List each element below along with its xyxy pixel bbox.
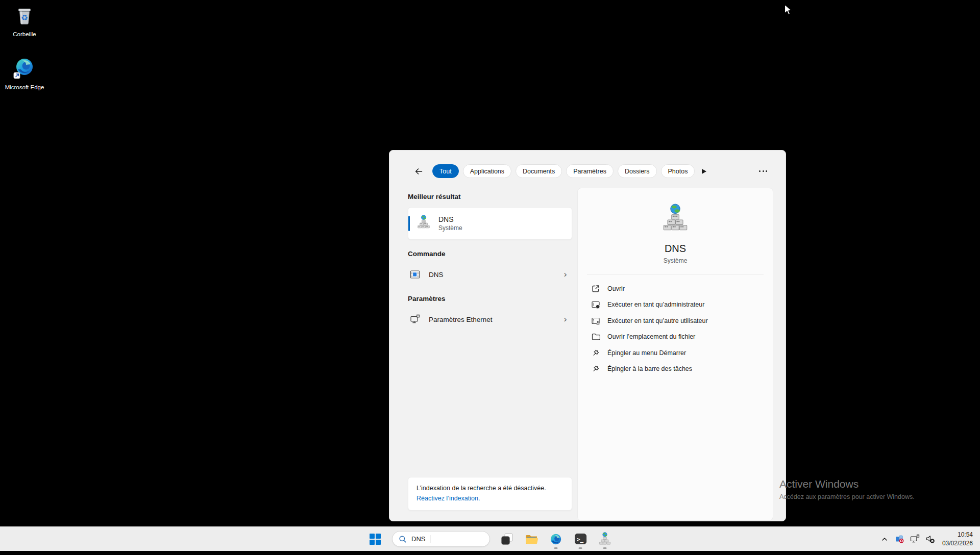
pin-icon xyxy=(591,364,600,374)
best-result-item-dns[interactable]: DNS Système xyxy=(408,207,572,240)
pin-icon xyxy=(591,348,600,358)
network-ethernet-icon[interactable] xyxy=(908,529,923,549)
action-open-file-location[interactable]: Ouvrir l’emplacement du fichier xyxy=(587,329,764,345)
tray-chevron-up-icon[interactable] xyxy=(877,529,892,549)
action-pin-to-start[interactable]: Épingler au menu Démarrer xyxy=(587,345,764,361)
chevron-right-icon: › xyxy=(564,270,567,279)
run-as-admin-icon xyxy=(591,300,600,310)
reenable-indexing-link[interactable]: Réactivez l’indexation. xyxy=(416,495,480,502)
run-as-other-user-icon xyxy=(591,316,600,325)
search-results-column: Meilleur résultat xyxy=(408,188,572,521)
desktop-icon-label: Microsoft Edge xyxy=(5,84,44,90)
taskbar-search-input[interactable]: DNS xyxy=(392,531,490,547)
result-preview-pane: DNS Système Ouvrir xyxy=(577,188,773,521)
result-row-ethernet-settings[interactable]: Paramètres Ethernet › xyxy=(408,309,572,330)
result-row-label: Paramètres Ethernet xyxy=(429,316,493,323)
file-explorer-icon xyxy=(525,533,538,546)
preview-separator xyxy=(587,274,764,274)
recycle-bin-icon: ♻ xyxy=(14,5,35,29)
open-icon xyxy=(591,284,600,293)
clock-date: 03/02/2026 xyxy=(942,539,973,547)
terminal-button[interactable]: >_ xyxy=(570,528,591,550)
hardware-error-icon[interactable] xyxy=(892,529,908,549)
watermark-title: Activer Windows xyxy=(779,478,915,490)
dns-icon xyxy=(599,532,611,546)
tab-documents[interactable]: Documents xyxy=(516,164,562,178)
more-tabs-icon[interactable] xyxy=(702,169,706,174)
dns-app-button[interactable] xyxy=(594,528,616,550)
terminal-icon: >_ xyxy=(574,533,587,545)
task-view-icon xyxy=(501,533,513,545)
section-header-commande: Commande xyxy=(408,250,572,258)
preview-actions: Ouvrir Exécuter en tant qu’administrateu… xyxy=(578,281,773,377)
action-run-as-other-user[interactable]: Exécuter en tant qu’autre utilisateur xyxy=(587,313,764,329)
volume-muted-icon[interactable] xyxy=(923,529,938,549)
back-button[interactable] xyxy=(411,164,426,179)
taskbar: DNS xyxy=(0,526,980,551)
search-icon xyxy=(399,535,407,543)
clock-time: 10:54 xyxy=(942,531,973,539)
activate-windows-watermark: Activer Windows Accédez aux paramètres p… xyxy=(779,478,915,500)
search-query-text: DNS xyxy=(411,535,425,543)
taskbar-clock[interactable]: 10:54 03/02/2026 xyxy=(942,531,973,547)
running-indicator xyxy=(579,547,582,549)
preview-title: DNS xyxy=(665,243,686,255)
best-result-title: DNS xyxy=(438,215,462,223)
task-view-button[interactable] xyxy=(496,528,518,550)
search-filter-tabs: Tout Applications Documents Paramètres D… xyxy=(389,150,786,188)
running-indicator xyxy=(603,547,607,549)
windows-logo-icon xyxy=(370,534,381,545)
best-result-subtitle: Système xyxy=(438,224,462,232)
desktop-icon-recycle-bin[interactable]: ♻ Corbeille xyxy=(0,5,49,37)
indexing-notice: L’indexation de la recherche a été désac… xyxy=(408,477,572,511)
tab-applications[interactable]: Applications xyxy=(463,164,511,178)
section-header-parametres: Paramètres xyxy=(408,295,572,302)
svg-text:>_: >_ xyxy=(577,536,584,543)
preview-subtitle: Système xyxy=(664,257,688,264)
tab-dossiers[interactable]: Dossiers xyxy=(618,164,657,178)
result-row-command-dns[interactable]: DNS › xyxy=(408,264,572,285)
folder-icon xyxy=(591,332,600,342)
edge-button[interactable] xyxy=(545,528,567,550)
start-button[interactable] xyxy=(364,528,386,550)
action-open[interactable]: Ouvrir xyxy=(587,281,764,297)
tab-parametres[interactable]: Paramètres xyxy=(566,164,614,178)
ethernet-settings-icon xyxy=(409,313,421,325)
chevron-right-icon: › xyxy=(564,315,567,324)
running-indicator xyxy=(554,547,558,549)
edge-icon xyxy=(13,56,36,82)
file-explorer-button[interactable] xyxy=(521,528,542,550)
dns-icon xyxy=(663,204,688,236)
search-flyout-panel: Tout Applications Documents Paramètres D… xyxy=(389,150,786,521)
taskbar-center-group: DNS xyxy=(364,527,616,551)
mouse-cursor xyxy=(784,4,793,18)
edge-icon xyxy=(549,533,562,546)
dns-icon xyxy=(417,215,430,232)
tab-photos[interactable]: Photos xyxy=(661,164,695,178)
tab-tout[interactable]: Tout xyxy=(432,164,459,178)
indexing-notice-text: L’indexation de la recherche a été désac… xyxy=(416,485,546,492)
desktop-icon-label: Corbeille xyxy=(13,31,36,37)
command-window-icon xyxy=(409,268,421,281)
overflow-menu-button[interactable] xyxy=(756,167,770,175)
result-row-label: DNS xyxy=(429,271,444,279)
desktop-icon-microsoft-edge[interactable]: Microsoft Edge xyxy=(0,56,49,90)
section-header-best-result: Meilleur résultat xyxy=(408,193,572,200)
text-caret xyxy=(430,535,430,543)
watermark-subtitle: Accédez aux paramètres pour activer Wind… xyxy=(779,493,915,500)
action-run-as-admin[interactable]: Exécuter en tant qu’administrateur xyxy=(587,297,764,313)
system-tray: 10:54 03/02/2026 xyxy=(877,527,978,551)
action-pin-to-taskbar[interactable]: Épingler à la barre des tâches xyxy=(587,361,764,377)
svg-text:♻: ♻ xyxy=(21,13,28,22)
back-arrow-icon xyxy=(414,167,423,176)
